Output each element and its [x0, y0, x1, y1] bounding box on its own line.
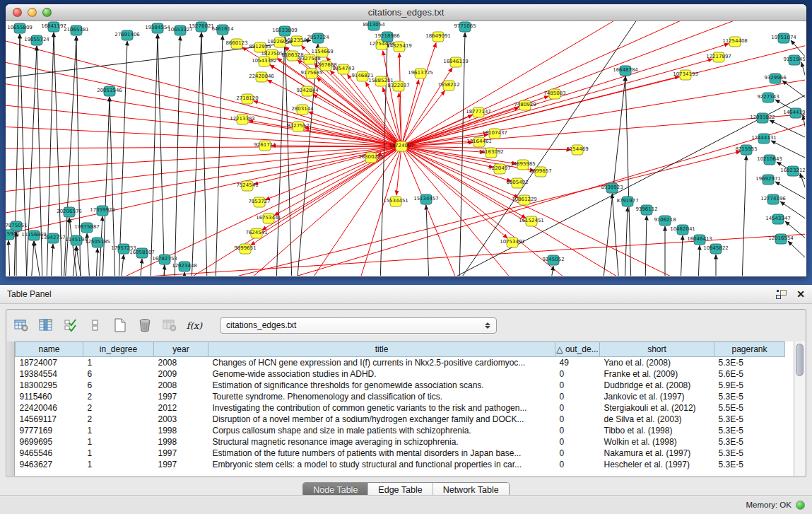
graph-node-label: 16163092 — [478, 149, 504, 155]
table-cell: Franke et al. (2009) — [600, 368, 714, 380]
graph-node-label: 8427552 — [287, 123, 309, 129]
table-row[interactable]: 2242004622012Investigating the contribut… — [16, 402, 785, 414]
graph-node-label: 8912955 — [249, 44, 271, 49]
column-header[interactable]: name — [16, 342, 83, 357]
graph-node-label: 8215955 — [735, 146, 757, 152]
graph-node-label: 9327548 — [298, 56, 320, 62]
table-row[interactable]: 946362711997Embryonic stem cells: a mode… — [16, 459, 785, 470]
column-header[interactable]: in_degree — [83, 342, 154, 357]
graph-node-label: 14543347 — [765, 216, 791, 221]
table-settings-button[interactable] — [12, 316, 30, 334]
table-row[interactable]: 977716911998Corpus callosum shape and si… — [16, 425, 785, 436]
graph-edge — [216, 35, 223, 276]
table-cell: 0 — [555, 414, 600, 425]
table-cell: Investigating the contribution of common… — [208, 402, 555, 414]
graph-edge — [102, 97, 110, 276]
close-panel-icon[interactable]: ✕ — [796, 289, 805, 299]
graph-node-label: 12217897 — [706, 54, 731, 59]
column-header[interactable]: short — [600, 342, 714, 357]
table-cell: Stergiakouli et al. (2012) — [600, 402, 714, 414]
table-body: 1872400712008Changes of HCN gene express… — [16, 357, 785, 470]
table-cell: 0 — [555, 380, 600, 391]
panel-resize-grip[interactable] — [401, 278, 411, 282]
table-cell: Hescheler et al. (1997) — [600, 459, 714, 470]
graph-edge — [37, 46, 42, 276]
column-header[interactable]: year — [154, 342, 208, 357]
graph-node-label: 18777147 — [466, 109, 491, 115]
graph-node-label: 19218986 — [375, 33, 400, 39]
close-window-button[interactable] — [13, 8, 22, 17]
table-row[interactable]: 911546021997Tourette syndrome. Phenomeno… — [16, 391, 785, 402]
graph-edge — [119, 41, 127, 276]
table-cell: 9699695 — [16, 436, 83, 448]
zoom-window-button[interactable] — [42, 8, 52, 17]
column-header[interactable]: △ out_de... — [555, 342, 600, 357]
column-header[interactable]: pagerank — [714, 342, 785, 357]
network-table-select[interactable]: citations_edges.txt — [220, 317, 497, 334]
graph-node-label: 16958107 — [129, 250, 155, 255]
graph-node-label: 1154669 — [311, 49, 333, 54]
new-table-button[interactable] — [111, 316, 129, 334]
minimize-window-button[interactable] — [28, 8, 37, 17]
graph-edge — [458, 21, 642, 276]
table-cell: Estimation of the future numbers of pati… — [208, 448, 555, 459]
graph-edge — [285, 37, 292, 276]
select-rows-button[interactable] — [61, 316, 80, 334]
graph-edge — [274, 120, 805, 276]
table-cell: 5.3E-5 — [714, 391, 785, 402]
table-cell: Wolkin et al. (1998) — [600, 436, 714, 448]
graph-node-label: 2803144 — [291, 106, 314, 112]
graph-node-label: 16823212 — [780, 168, 805, 173]
graph-edge — [158, 34, 165, 276]
delete-table-button[interactable] — [136, 316, 154, 334]
graph-edge — [401, 78, 805, 146]
graph-edge — [8, 240, 10, 276]
graph-node-label: 27691406 — [114, 32, 140, 37]
graph-node-label: 9106218 — [654, 217, 676, 223]
table-row[interactable]: 1938455462009Genome-wide association stu… — [16, 368, 785, 380]
function-builder-button[interactable]: f(x) — [185, 316, 204, 334]
table-cell: 1997 — [154, 448, 208, 459]
window-titlebar[interactable]: citations_edges.txt — [6, 4, 806, 21]
table-row[interactable]: 1872400712008Changes of HCN gene express… — [16, 357, 785, 368]
graph-node-label: 12923448 — [172, 263, 197, 269]
graph-node-label: 8454743 — [332, 66, 354, 71]
scrollbar-thumb[interactable] — [796, 344, 804, 376]
float-panel-icon[interactable] — [776, 290, 787, 299]
network-canvas[interactable]: 1872400786601238912955182260581827505105… — [6, 21, 806, 276]
table-cell: 9463627 — [16, 459, 83, 470]
graph-node-label: 16046413 — [687, 236, 712, 242]
column-header[interactable]: title — [208, 342, 555, 357]
column-visibility-button[interactable] — [37, 316, 55, 334]
table-cell: 6 — [83, 380, 154, 391]
graph-node-label: 8813054 — [363, 22, 385, 28]
table-cell: 2 — [83, 414, 154, 425]
vertical-scrollbar[interactable] — [794, 341, 805, 476]
network-view-window: citations_edges.txt 18724007866012389129… — [6, 4, 806, 276]
graph-edge — [72, 246, 76, 276]
graph-node-label: 14895985 — [510, 161, 536, 167]
status-bar: Memory: OK — [0, 495, 812, 514]
import-table-disabled-button — [160, 316, 179, 334]
graph-edge — [401, 146, 458, 276]
desktop-background: citations_edges.txt 18724007866012389129… — [0, 0, 812, 514]
graph-node-label: 10975887 — [74, 224, 100, 230]
table-row[interactable]: 946554611997Estimation of the future num… — [16, 448, 785, 459]
table-row[interactable]: 1830029562008Estimation of significance … — [16, 380, 785, 391]
row-height-button[interactable] — [86, 316, 105, 334]
table-row[interactable]: 969969511998Structural magnetic resonanc… — [16, 436, 785, 448]
table-row[interactable]: 1456911722003Disruption of a novel membe… — [16, 414, 785, 425]
citation-network-graph[interactable]: 1872400786601238912955182260581827505105… — [6, 21, 805, 276]
graph-node-label: 7875051 — [6, 223, 28, 228]
table-cell: Changes of HCN gene expression and I(f) … — [208, 357, 555, 368]
table-cell: 5.3E-5 — [714, 436, 785, 448]
table-cell: 1997 — [154, 459, 208, 470]
graph-node-label: 10210643 — [757, 156, 782, 162]
table-cell: 2009 — [154, 368, 208, 380]
graph-node-label: 12505185 — [85, 239, 110, 245]
graph-edge — [401, 43, 436, 146]
table-cell: 2008 — [154, 357, 208, 368]
graph-node-label: 10734193 — [673, 71, 698, 77]
graph-edge — [121, 255, 124, 276]
graph-edge — [698, 245, 700, 276]
